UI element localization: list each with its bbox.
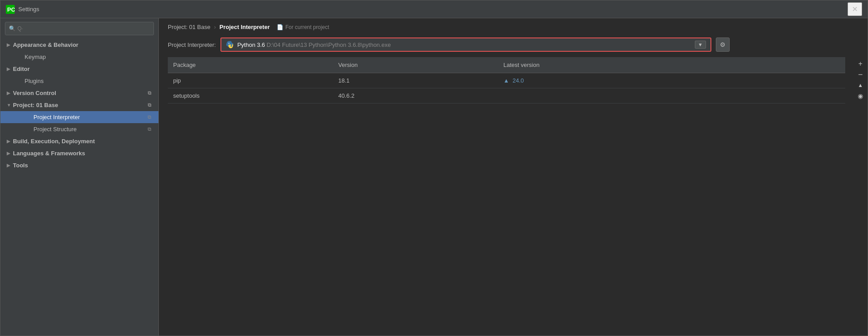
titlebar: PC Settings ✕ — [0, 0, 868, 18]
sidebar-item-project-structure[interactable]: Project Structure ⧉ — [0, 123, 158, 135]
breadcrumb-current: Project Interpreter — [220, 24, 270, 30]
close-button[interactable]: ✕ — [847, 2, 862, 16]
settings-window: PC Settings ✕ 🔍 ▶ Appearance & Behavior … — [0, 0, 868, 336]
interpreter-text: Python 3.6 D:\04 Future\13 Python\Python… — [237, 41, 691, 48]
header-package: Package — [168, 60, 333, 70]
sidebar-item-label: Editor — [13, 66, 30, 72]
sidebar-item-version-control[interactable]: ▶ Version Control ⧉ — [0, 87, 158, 99]
doc-icon: 📄 — [277, 24, 283, 30]
sidebar-item-appearance-behavior[interactable]: ▶ Appearance & Behavior — [0, 39, 158, 51]
search-input[interactable] — [17, 25, 150, 32]
sidebar-item-label: Project Structure — [33, 126, 77, 133]
interpreter-row: Project Interpreter: — [159, 34, 868, 57]
interpreter-dropdown-arrow[interactable]: ▼ — [695, 41, 706, 49]
expand-arrow: ▶ — [7, 66, 13, 71]
table-body: pip 18.1 ▲ 24.0 setuptools 40.6.2 — [168, 73, 845, 336]
sidebar-item-project-01-base[interactable]: ▼ Project: 01 Base ⧉ — [0, 99, 158, 111]
table-row[interactable]: setuptools 40.6.2 — [168, 88, 845, 104]
interpreter-label: Project Interpreter: — [168, 41, 216, 48]
sidebar-item-build-execution-deployment[interactable]: ▶ Build, Execution, Deployment — [0, 135, 158, 147]
right-panel: Project: 01 Base › Project Interpreter 📄… — [159, 18, 868, 336]
sidebar-item-label: Plugins — [25, 78, 44, 84]
sidebar-item-label: Tools — [13, 162, 28, 169]
expand-arrow: ▶ — [7, 42, 13, 47]
cell-version-setuptools: 40.6.2 — [333, 90, 498, 101]
copy-icon: ⧉ — [148, 90, 151, 96]
add-package-button[interactable]: + — [856, 59, 865, 69]
search-icon: 🔍 — [9, 25, 16, 32]
header-version: Version — [333, 60, 498, 70]
for-current-project: 📄 For current project — [277, 24, 329, 30]
breadcrumb-separator: › — [214, 24, 216, 30]
cell-latest-setuptools — [498, 90, 845, 101]
expand-arrow: ▼ — [7, 103, 13, 108]
python-exe-path: D:\04 Future\13 Python\Python 3.6.8\pyth… — [266, 41, 390, 48]
interpreter-gear-button[interactable]: ⚙ — [716, 37, 730, 52]
content-area: Package Version Latest version pip 18.1 … — [159, 57, 868, 336]
header-latest-version: Latest version — [498, 60, 845, 70]
sidebar-item-editor[interactable]: ▶ Editor — [0, 63, 158, 75]
python-logo-icon — [226, 41, 234, 49]
update-arrow-icon: ▲ — [503, 77, 511, 84]
sidebar-item-label: Project Interpreter — [33, 114, 80, 120]
sidebar-item-tools[interactable]: ▶ Tools — [0, 159, 158, 171]
svg-point-8 — [228, 43, 229, 44]
cell-latest-pip: ▲ 24.0 — [498, 75, 845, 86]
cell-version-pip: 18.1 — [333, 75, 498, 86]
interpreter-dropdown[interactable]: Python 3.6 D:\04 Future\13 Python\Python… — [220, 37, 711, 52]
copy-icon: ⧉ — [148, 114, 151, 120]
sidebar: 🔍 ▶ Appearance & Behavior Keymap ▶ Edito… — [0, 18, 159, 336]
package-table: Package Version Latest version pip 18.1 … — [168, 57, 845, 336]
svg-text:PC: PC — [7, 6, 15, 13]
search-box[interactable]: 🔍 — [5, 22, 154, 35]
eye-button[interactable]: ◉ — [856, 91, 865, 101]
cell-package-setuptools: setuptools — [168, 90, 333, 101]
app-icon: PC — [6, 5, 15, 14]
sidebar-item-plugins[interactable]: Plugins — [0, 75, 158, 87]
expand-arrow: ▶ — [7, 163, 13, 168]
sidebar-item-label: Appearance & Behavior — [13, 41, 79, 48]
copy-icon: ⧉ — [148, 102, 151, 108]
sidebar-item-languages-frameworks[interactable]: ▶ Languages & Frameworks — [0, 147, 158, 159]
window-title: Settings — [18, 6, 847, 12]
upgrade-package-button[interactable]: ▲ — [856, 80, 865, 90]
expand-arrow: ▶ — [7, 91, 13, 95]
svg-point-9 — [230, 46, 231, 46]
breadcrumb-parent: Project: 01 Base — [168, 24, 210, 30]
sidebar-item-keymap[interactable]: Keymap — [0, 51, 158, 63]
sidebar-item-project-interpreter[interactable]: Project Interpreter ⧉ — [0, 111, 158, 123]
breadcrumb: Project: 01 Base › Project Interpreter 📄… — [159, 18, 868, 34]
sidebar-item-label: Project: 01 Base — [13, 102, 58, 108]
table-header: Package Version Latest version — [168, 57, 845, 73]
main-content: 🔍 ▶ Appearance & Behavior Keymap ▶ Edito… — [0, 18, 868, 336]
copy-icon: ⧉ — [148, 126, 151, 132]
cell-package-pip: pip — [168, 75, 333, 86]
latest-version-pip: 24.0 — [512, 77, 523, 84]
sidebar-item-label: Version Control — [13, 90, 56, 96]
python-version: Python 3.6 — [237, 41, 265, 48]
expand-arrow: ▶ — [7, 151, 13, 156]
sidebar-item-label: Build, Execution, Deployment — [13, 138, 95, 145]
table-row[interactable]: pip 18.1 ▲ 24.0 — [168, 73, 845, 88]
right-actions: + − ▲ ◉ — [854, 57, 868, 336]
sidebar-item-label: Languages & Frameworks — [13, 150, 85, 157]
expand-arrow: ▶ — [7, 139, 13, 144]
remove-package-button[interactable]: − — [856, 70, 865, 79]
sidebar-item-label: Keymap — [25, 54, 46, 60]
